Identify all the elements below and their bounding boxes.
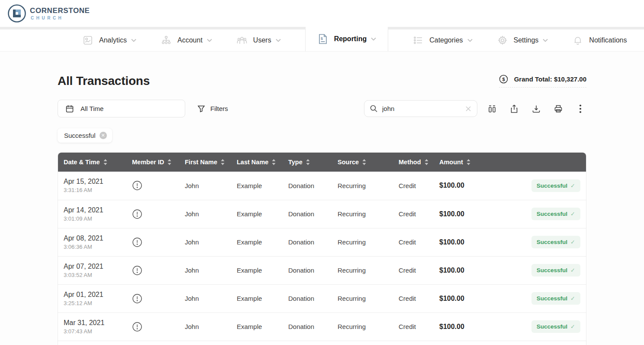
column-header-method[interactable]: Method bbox=[393, 153, 434, 172]
cell-first-name: John bbox=[179, 228, 231, 256]
filter-chip-successful[interactable]: Successful ✕ bbox=[58, 128, 112, 143]
nav-item-reporting[interactable]: $ Reporting bbox=[305, 27, 389, 51]
filter-chip-label: Successful bbox=[64, 132, 96, 139]
info-icon[interactable] bbox=[132, 293, 179, 304]
status-badge: Successful ✓ bbox=[531, 264, 580, 277]
nav-label: Settings bbox=[514, 36, 539, 44]
brand-logo[interactable]: CORNERSTONE CHURCH bbox=[7, 3, 90, 23]
transaction-time: 3:07:43 AM bbox=[64, 328, 126, 335]
grand-total: $ Grand Total: $10,327.00 bbox=[499, 75, 586, 88]
nav-item-settings[interactable]: Settings bbox=[497, 29, 548, 51]
users-icon bbox=[236, 35, 248, 46]
column-header-last-name[interactable]: Last Name bbox=[231, 153, 283, 172]
cell-source: Recurring bbox=[332, 284, 393, 312]
cell-amount: $100.00 bbox=[434, 312, 488, 341]
check-icon: ✓ bbox=[570, 267, 575, 273]
info-icon[interactable] bbox=[132, 237, 179, 247]
cell-date-time: Apr 14, 2021 3:01:09 AM bbox=[58, 200, 126, 228]
chevron-down-icon bbox=[207, 39, 212, 42]
calendar-icon bbox=[65, 104, 74, 113]
table-row[interactable]: Apr 07, 2021 3:03:52 AM John Example Don… bbox=[58, 256, 586, 284]
search-input[interactable] bbox=[382, 105, 460, 112]
table-row[interactable]: Apr 08, 2021 3:06:36 AM John Example Don… bbox=[58, 228, 586, 256]
cell-member-id bbox=[126, 172, 179, 200]
cell-status: Successful ✓ bbox=[488, 172, 586, 200]
table-row[interactable]: Mar 31, 2021 3:07:43 AM John Example Don… bbox=[58, 312, 586, 341]
categories-list-icon bbox=[412, 35, 424, 46]
nav-item-categories[interactable]: Categories bbox=[412, 29, 472, 51]
download-icon[interactable] bbox=[530, 103, 542, 115]
sort-icon bbox=[362, 159, 366, 165]
check-icon: ✓ bbox=[570, 211, 575, 217]
bell-icon bbox=[572, 35, 583, 46]
cell-date-time: Apr 01, 2021 3:25:12 AM bbox=[58, 284, 126, 312]
info-icon[interactable] bbox=[132, 322, 179, 332]
share-icon[interactable] bbox=[508, 103, 520, 115]
date-range-select[interactable]: All Time bbox=[58, 100, 185, 117]
print-icon[interactable] bbox=[552, 103, 564, 115]
funnel-icon bbox=[197, 105, 205, 113]
cell-last-name: Example bbox=[231, 312, 283, 341]
brand-line1: CORNERSTONE bbox=[30, 7, 90, 15]
cell-type: Donation bbox=[283, 172, 332, 200]
sort-icon bbox=[306, 159, 310, 165]
column-header-type[interactable]: Type bbox=[283, 153, 332, 172]
cell-date-time: Apr 08, 2021 3:06:36 AM bbox=[58, 228, 126, 256]
more-options-kebab-icon[interactable] bbox=[574, 103, 586, 115]
status-label: Successful bbox=[537, 211, 567, 217]
page-title: All Transactions bbox=[58, 74, 150, 88]
cell-amount: $100.00 bbox=[434, 228, 488, 256]
check-icon: ✓ bbox=[570, 182, 575, 189]
nav-item-analytics[interactable]: Analytics bbox=[82, 29, 136, 51]
status-badge: Successful ✓ bbox=[531, 320, 580, 333]
nav-item-users[interactable]: Users bbox=[236, 29, 281, 51]
column-header-amount[interactable]: Amount bbox=[434, 153, 488, 172]
cell-type: Donation bbox=[283, 200, 332, 228]
cell-status: Successful ✓ bbox=[488, 312, 586, 341]
transactions-table: Date & Time Member ID First Name Last Na… bbox=[58, 153, 586, 345]
table-row[interactable]: Apr 14, 2021 3:01:09 AM John Example Don… bbox=[58, 200, 586, 228]
cell-method: Credit bbox=[393, 200, 434, 228]
cell-source: Recurring bbox=[332, 228, 393, 256]
table-row[interactable]: Apr 01, 2021 3:25:12 AM John Example Don… bbox=[58, 284, 586, 312]
status-badge: Successful ✓ bbox=[531, 208, 580, 220]
cell-member-id bbox=[126, 228, 179, 256]
info-icon[interactable] bbox=[132, 265, 179, 276]
columns-icon[interactable] bbox=[486, 103, 498, 115]
cell-method: Credit bbox=[393, 172, 434, 200]
column-header-member-id[interactable]: Member ID bbox=[126, 153, 179, 172]
table-body: Apr 15, 2021 3:31:16 AM John Example Don… bbox=[58, 172, 586, 341]
clear-search-icon[interactable] bbox=[465, 105, 472, 112]
nav-item-account[interactable]: Account bbox=[161, 29, 212, 51]
cell-method: Credit bbox=[393, 284, 434, 312]
status-badge: Successful ✓ bbox=[531, 236, 580, 248]
cell-status: Successful ✓ bbox=[488, 256, 586, 284]
info-icon[interactable] bbox=[132, 180, 179, 191]
status-badge: Successful ✓ bbox=[531, 179, 580, 192]
cell-last-name: Example bbox=[231, 200, 283, 228]
column-header-source[interactable]: Source bbox=[332, 153, 393, 172]
nav-item-notifications[interactable]: Notifications bbox=[572, 29, 627, 51]
column-header-first-name[interactable]: First Name bbox=[179, 153, 231, 172]
info-icon[interactable] bbox=[132, 209, 179, 219]
cell-amount: $100.00 bbox=[434, 200, 488, 228]
table-row[interactable]: Apr 15, 2021 3:31:16 AM John Example Don… bbox=[58, 172, 586, 200]
table-tail bbox=[58, 341, 586, 345]
chevron-down-icon bbox=[276, 39, 281, 42]
check-icon: ✓ bbox=[570, 295, 575, 302]
check-icon: ✓ bbox=[570, 239, 575, 245]
cell-source: Recurring bbox=[332, 200, 393, 228]
cell-date-time: Apr 07, 2021 3:03:52 AM bbox=[58, 256, 126, 284]
cell-member-id bbox=[126, 312, 179, 341]
cell-amount: $100.00 bbox=[434, 172, 488, 200]
date-range-value: All Time bbox=[80, 105, 103, 112]
sort-icon bbox=[221, 159, 225, 165]
column-header-date-time[interactable]: Date & Time bbox=[58, 153, 126, 172]
remove-chip-icon[interactable]: ✕ bbox=[100, 132, 107, 139]
filters-button[interactable]: Filters bbox=[197, 105, 228, 113]
transaction-date: Mar 31, 2021 bbox=[64, 319, 126, 327]
chevron-down-icon bbox=[467, 39, 473, 42]
transaction-date: Apr 14, 2021 bbox=[64, 206, 126, 214]
cell-last-name: Example bbox=[231, 172, 283, 200]
reporting-icon: $ bbox=[317, 33, 328, 45]
